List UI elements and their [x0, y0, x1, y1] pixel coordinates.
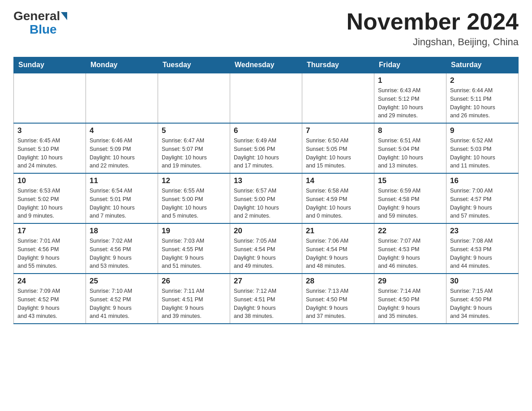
- calendar-day-cell: 5Sunrise: 6:47 AMSunset: 5:07 PMDaylight…: [158, 123, 230, 173]
- location-text: Jingshan, Beijing, China: [347, 36, 519, 48]
- day-number: 12: [162, 176, 226, 185]
- day-of-week-header: Thursday: [302, 57, 374, 73]
- calendar-week-row: 24Sunrise: 7:09 AMSunset: 4:52 PMDayligh…: [14, 274, 519, 324]
- day-info: Sunrise: 7:12 AMSunset: 4:51 PMDaylight:…: [234, 287, 298, 321]
- day-info: Sunrise: 6:49 AMSunset: 5:06 PMDaylight:…: [234, 137, 298, 170]
- day-number: 1: [378, 76, 442, 85]
- day-info: Sunrise: 7:09 AMSunset: 4:52 PMDaylight:…: [17, 287, 82, 321]
- day-info: Sunrise: 6:53 AMSunset: 5:02 PMDaylight:…: [17, 187, 82, 220]
- day-info: Sunrise: 7:00 AMSunset: 4:57 PMDaylight:…: [450, 187, 515, 220]
- calendar-day-cell: 10Sunrise: 6:53 AMSunset: 5:02 PMDayligh…: [14, 173, 86, 223]
- day-number: 2: [450, 76, 515, 85]
- calendar-day-cell: 23Sunrise: 7:08 AMSunset: 4:53 PMDayligh…: [446, 223, 519, 274]
- day-info: Sunrise: 7:15 AMSunset: 4:50 PMDaylight:…: [450, 287, 515, 321]
- calendar-day-cell: 29Sunrise: 7:14 AMSunset: 4:50 PMDayligh…: [374, 274, 446, 324]
- day-info: Sunrise: 6:51 AMSunset: 5:04 PMDaylight:…: [378, 137, 442, 170]
- calendar-day-cell: 7Sunrise: 6:50 AMSunset: 5:05 PMDaylight…: [302, 123, 374, 173]
- calendar-day-cell: 22Sunrise: 7:07 AMSunset: 4:53 PMDayligh…: [374, 223, 446, 274]
- day-info: Sunrise: 7:05 AMSunset: 4:54 PMDaylight:…: [234, 237, 298, 270]
- month-title: November 2024: [347, 9, 519, 34]
- day-number: 3: [17, 126, 82, 135]
- calendar-day-cell: 21Sunrise: 7:06 AMSunset: 4:54 PMDayligh…: [302, 223, 374, 274]
- day-info: Sunrise: 6:50 AMSunset: 5:05 PMDaylight:…: [306, 137, 370, 170]
- day-number: 29: [378, 277, 442, 286]
- day-of-week-header: Sunday: [14, 57, 86, 73]
- day-number: 25: [90, 277, 154, 286]
- day-info: Sunrise: 6:55 AMSunset: 5:00 PMDaylight:…: [162, 187, 226, 220]
- day-number: 5: [162, 126, 226, 135]
- day-info: Sunrise: 7:07 AMSunset: 4:53 PMDaylight:…: [378, 237, 442, 270]
- day-number: 21: [306, 227, 370, 235]
- day-number: 8: [378, 126, 442, 135]
- day-number: 23: [450, 227, 515, 235]
- calendar-day-cell: [14, 73, 86, 123]
- day-info: Sunrise: 6:52 AMSunset: 5:03 PMDaylight:…: [450, 137, 515, 170]
- calendar-week-row: 10Sunrise: 6:53 AMSunset: 5:02 PMDayligh…: [14, 173, 519, 223]
- day-info: Sunrise: 6:47 AMSunset: 5:07 PMDaylight:…: [162, 137, 226, 170]
- day-number: 13: [234, 176, 298, 185]
- calendar-week-row: 17Sunrise: 7:01 AMSunset: 4:56 PMDayligh…: [14, 223, 519, 274]
- day-of-week-header: Saturday: [446, 57, 519, 73]
- calendar-week-row: 3Sunrise: 6:45 AMSunset: 5:10 PMDaylight…: [14, 123, 519, 173]
- calendar-day-cell: 24Sunrise: 7:09 AMSunset: 4:52 PMDayligh…: [14, 274, 86, 324]
- day-number: 16: [450, 176, 515, 185]
- day-number: 22: [378, 227, 442, 235]
- calendar-day-cell: 25Sunrise: 7:10 AMSunset: 4:52 PMDayligh…: [86, 274, 158, 324]
- calendar-day-cell: 17Sunrise: 7:01 AMSunset: 4:56 PMDayligh…: [14, 223, 86, 274]
- calendar-day-cell: [230, 73, 302, 123]
- calendar-day-cell: 12Sunrise: 6:55 AMSunset: 5:00 PMDayligh…: [158, 173, 230, 223]
- calendar-day-cell: 30Sunrise: 7:15 AMSunset: 4:50 PMDayligh…: [446, 274, 519, 324]
- calendar-day-cell: 1Sunrise: 6:43 AMSunset: 5:12 PMDaylight…: [374, 73, 446, 123]
- day-info: Sunrise: 7:11 AMSunset: 4:51 PMDaylight:…: [162, 287, 226, 321]
- day-number: 4: [90, 126, 154, 135]
- calendar-day-cell: 8Sunrise: 6:51 AMSunset: 5:04 PMDaylight…: [374, 123, 446, 173]
- calendar-day-cell: 18Sunrise: 7:02 AMSunset: 4:56 PMDayligh…: [86, 223, 158, 274]
- logo-general-text: General: [13, 9, 60, 23]
- day-info: Sunrise: 6:43 AMSunset: 5:12 PMDaylight:…: [378, 86, 442, 120]
- calendar-day-cell: 6Sunrise: 6:49 AMSunset: 5:06 PMDaylight…: [230, 123, 302, 173]
- day-info: Sunrise: 6:46 AMSunset: 5:09 PMDaylight:…: [90, 137, 154, 170]
- day-of-week-header: Friday: [374, 57, 446, 73]
- calendar-day-cell: 11Sunrise: 6:54 AMSunset: 5:01 PMDayligh…: [86, 173, 158, 223]
- calendar-day-cell: 9Sunrise: 6:52 AMSunset: 5:03 PMDaylight…: [446, 123, 519, 173]
- day-number: 30: [450, 277, 515, 286]
- page-header: General Blue November 2024 Jingshan, Bei…: [13, 9, 519, 48]
- logo-arrow-icon: [61, 12, 67, 20]
- day-of-week-header: Tuesday: [158, 57, 230, 73]
- day-info: Sunrise: 7:10 AMSunset: 4:52 PMDaylight:…: [90, 287, 154, 321]
- calendar-day-cell: 27Sunrise: 7:12 AMSunset: 4:51 PMDayligh…: [230, 274, 302, 324]
- logo-blue-text: Blue: [30, 22, 57, 37]
- day-info: Sunrise: 6:54 AMSunset: 5:01 PMDaylight:…: [90, 187, 154, 220]
- calendar-day-cell: [86, 73, 158, 123]
- title-block: November 2024 Jingshan, Beijing, China: [347, 9, 519, 48]
- day-number: 19: [162, 227, 226, 235]
- day-info: Sunrise: 7:14 AMSunset: 4:50 PMDaylight:…: [378, 287, 442, 321]
- day-number: 11: [90, 176, 154, 185]
- day-info: Sunrise: 7:01 AMSunset: 4:56 PMDaylight:…: [17, 237, 82, 270]
- calendar-day-cell: 13Sunrise: 6:57 AMSunset: 5:00 PMDayligh…: [230, 173, 302, 223]
- day-of-week-header: Monday: [86, 57, 158, 73]
- calendar-day-cell: 14Sunrise: 6:58 AMSunset: 4:59 PMDayligh…: [302, 173, 374, 223]
- calendar-day-cell: 3Sunrise: 6:45 AMSunset: 5:10 PMDaylight…: [14, 123, 86, 173]
- day-number: 18: [90, 227, 154, 235]
- day-number: 15: [378, 176, 442, 185]
- calendar-day-cell: 20Sunrise: 7:05 AMSunset: 4:54 PMDayligh…: [230, 223, 302, 274]
- day-info: Sunrise: 7:03 AMSunset: 4:55 PMDaylight:…: [162, 237, 226, 270]
- calendar-week-row: 1Sunrise: 6:43 AMSunset: 5:12 PMDaylight…: [14, 73, 519, 123]
- day-number: 28: [306, 277, 370, 286]
- day-info: Sunrise: 7:02 AMSunset: 4:56 PMDaylight:…: [90, 237, 154, 270]
- day-number: 24: [17, 277, 82, 286]
- day-number: 7: [306, 126, 370, 135]
- day-of-week-header: Wednesday: [230, 57, 302, 73]
- day-number: 14: [306, 176, 370, 185]
- day-info: Sunrise: 6:58 AMSunset: 4:59 PMDaylight:…: [306, 187, 370, 220]
- calendar-day-cell: 15Sunrise: 6:59 AMSunset: 4:58 PMDayligh…: [374, 173, 446, 223]
- calendar-day-cell: 28Sunrise: 7:13 AMSunset: 4:50 PMDayligh…: [302, 274, 374, 324]
- day-info: Sunrise: 7:06 AMSunset: 4:54 PMDaylight:…: [306, 237, 370, 270]
- day-info: Sunrise: 7:13 AMSunset: 4:50 PMDaylight:…: [306, 287, 370, 321]
- day-info: Sunrise: 6:44 AMSunset: 5:11 PMDaylight:…: [450, 86, 515, 120]
- calendar-day-cell: 19Sunrise: 7:03 AMSunset: 4:55 PMDayligh…: [158, 223, 230, 274]
- day-info: Sunrise: 6:57 AMSunset: 5:00 PMDaylight:…: [234, 187, 298, 220]
- calendar-day-cell: 26Sunrise: 7:11 AMSunset: 4:51 PMDayligh…: [158, 274, 230, 324]
- day-number: 17: [17, 227, 82, 235]
